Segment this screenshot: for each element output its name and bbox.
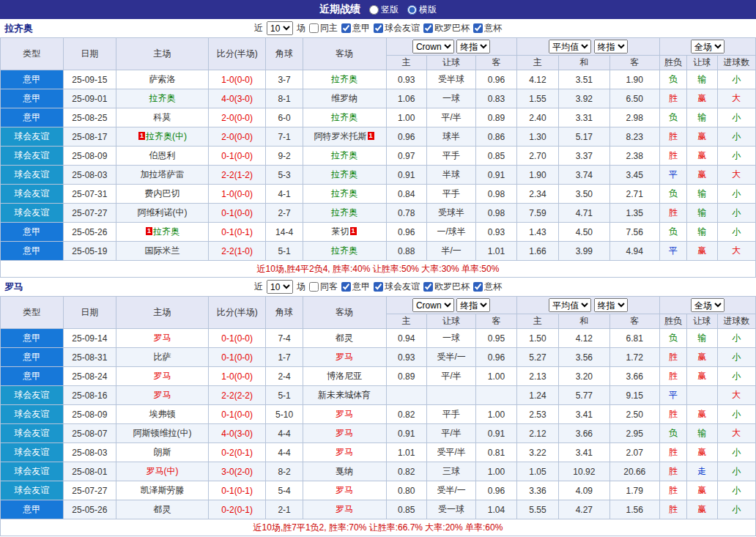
- vertical-layout-radio[interactable]: [369, 5, 379, 15]
- competition-type: 意甲: [1, 89, 64, 108]
- league-option-coppa[interactable]: 意杯: [473, 22, 502, 34]
- col-home: 主场: [116, 297, 209, 329]
- away-team-name: 拉齐奥: [331, 245, 357, 256]
- league-checkbox-europa[interactable]: [423, 23, 433, 33]
- home-team-name: 罗马: [153, 390, 171, 400]
- ah-home-odds: [386, 386, 426, 405]
- euro-home-odds: 1.24: [516, 386, 558, 405]
- result-wdl: 平: [659, 386, 686, 405]
- red-card-badge: 1: [138, 132, 145, 140]
- home-team-cell: 罗马: [116, 367, 209, 386]
- euro-draw-odds: 3.74: [559, 166, 609, 185]
- same-venue-option[interactable]: 同客: [309, 281, 338, 293]
- away-team-name: 罗马: [336, 352, 353, 362]
- result-handicap: 输: [687, 70, 717, 89]
- league-option-friendly[interactable]: 球会友谊: [374, 22, 420, 34]
- away-team-cell: 罗马: [303, 481, 386, 500]
- euro-source-select[interactable]: 平均值: [549, 298, 591, 312]
- result-wdl: 胜: [659, 405, 686, 424]
- league-option-europa[interactable]: 欧罗巴杯: [423, 281, 470, 293]
- same-venue-option[interactable]: 同主: [309, 22, 338, 34]
- away-team-cell: 拉齐奥: [303, 166, 386, 185]
- ah-line: 平/半: [426, 367, 475, 386]
- section-summary: 近10场,胜4平2负4, 胜率:40% 让胜率:50% 大率:30% 单率:50…: [1, 261, 756, 278]
- ah-line: 平/半: [426, 424, 475, 443]
- layout-option-horizontal[interactable]: 横版: [407, 4, 437, 16]
- same-venue-label: 同主: [320, 22, 338, 34]
- league-checkbox-seriea[interactable]: [341, 282, 351, 292]
- result-wdl: 胜: [659, 462, 686, 481]
- league-checkbox-europa[interactable]: [423, 282, 433, 292]
- euro-draw-odds: 4.71: [559, 204, 609, 223]
- match-count-select[interactable]: 10: [267, 21, 293, 35]
- same-venue-checkbox[interactable]: [309, 23, 319, 33]
- score-cell: 2-2(1-2): [208, 166, 266, 185]
- scope-group: 全场: [659, 38, 755, 56]
- result-goals: 小: [717, 185, 756, 204]
- same-venue-checkbox[interactable]: [309, 282, 319, 292]
- ah-line: 一球: [426, 89, 475, 108]
- league-checkbox-coppa[interactable]: [473, 282, 483, 292]
- result-handicap: 走: [687, 462, 717, 481]
- ah-home-odds: 0.93: [386, 348, 426, 367]
- section-summary: 近10场,胜7平1负2, 胜率:70% 让胜率:66.7% 大率:20% 单率:…: [1, 519, 756, 536]
- ah-time-select[interactable]: 终指: [456, 298, 490, 312]
- bookmaker-select[interactable]: Crown: [412, 298, 454, 312]
- league-checkbox-seriea[interactable]: [341, 23, 351, 33]
- col-type: 类型: [1, 297, 64, 329]
- league-checkbox-coppa[interactable]: [473, 23, 483, 33]
- home-team-name: 科莫: [153, 112, 171, 122]
- home-team-cell: 罗马(中): [116, 462, 209, 481]
- result-handicap: 赢: [687, 166, 717, 185]
- match-date: 25-08-17: [63, 127, 116, 147]
- away-team-cell: 拉齐奥: [303, 70, 386, 89]
- league-checkbox-friendly[interactable]: [374, 23, 383, 33]
- away-team-name: 戛纳: [336, 466, 353, 476]
- away-team-cell: 罗马: [303, 405, 386, 424]
- match-count-select[interactable]: 10: [267, 280, 293, 294]
- scope-select[interactable]: 全场: [691, 298, 724, 312]
- horizontal-layout-radio[interactable]: [407, 5, 417, 15]
- scope-select[interactable]: 全场: [691, 40, 724, 53]
- home-team-cell: 罗马: [116, 386, 209, 405]
- result-goals: 小: [717, 204, 756, 223]
- league-checkbox-friendly[interactable]: [374, 282, 383, 292]
- score-cell: 0-1(0-0): [208, 204, 266, 223]
- ah-away-odds: 0.96: [476, 481, 516, 500]
- games-label: 场: [297, 22, 305, 34]
- page-title: 近期战绩: [319, 3, 360, 16]
- away-team-name: 拉齐奥: [331, 188, 357, 199]
- match-row: 球会友谊25-08-07阿斯顿维拉(中)4-0(3-0)4-4罗马0.91平/半…: [1, 424, 756, 443]
- euro-away-odds: 3.45: [609, 166, 659, 185]
- away-team-cell: 阿特罗米托斯1: [303, 127, 386, 147]
- result-handicap: 赢: [687, 405, 717, 424]
- euro-source-select[interactable]: 平均值: [549, 40, 591, 53]
- filter-bar: 近 10 场 同客 意甲 球会友谊 欧罗巴杯 意杯: [254, 280, 502, 294]
- subcol-goals: 进球数: [717, 314, 756, 329]
- horizontal-layout-label: 横版: [419, 4, 437, 16]
- euro-home-odds: 1.43: [516, 223, 558, 242]
- result-handicap: 赢: [687, 348, 717, 367]
- layout-option-vertical[interactable]: 竖版: [369, 4, 399, 16]
- bookmaker-select[interactable]: Crown: [412, 40, 454, 53]
- league-option-seriea[interactable]: 意甲: [341, 22, 370, 34]
- subcol-eu-home: 主: [516, 314, 558, 329]
- euro-time-select[interactable]: 终指: [594, 298, 628, 312]
- euro-draw-odds: 10.92: [559, 462, 609, 481]
- euro-away-odds: 1.72: [609, 348, 659, 367]
- ah-time-select[interactable]: 终指: [456, 40, 490, 53]
- league-option-seriea[interactable]: 意甲: [341, 281, 370, 293]
- euro-draw-odds: 4.09: [559, 481, 609, 500]
- result-handicap: 输: [687, 204, 717, 223]
- league-option-europa[interactable]: 欧罗巴杯: [423, 22, 470, 34]
- league-option-friendly[interactable]: 球会友谊: [374, 281, 420, 293]
- league-option-coppa[interactable]: 意杯: [473, 281, 502, 293]
- games-label: 场: [297, 281, 305, 293]
- home-team-name: 拉齐奥: [149, 93, 175, 103]
- away-team-cell: 都灵: [303, 329, 386, 348]
- ah-away-odds: [476, 386, 516, 405]
- ah-home-odds: 1.06: [386, 89, 426, 108]
- near-label: 近: [254, 281, 263, 293]
- euro-time-select[interactable]: 终指: [594, 40, 628, 53]
- subcol-eu-draw: 和: [559, 314, 609, 329]
